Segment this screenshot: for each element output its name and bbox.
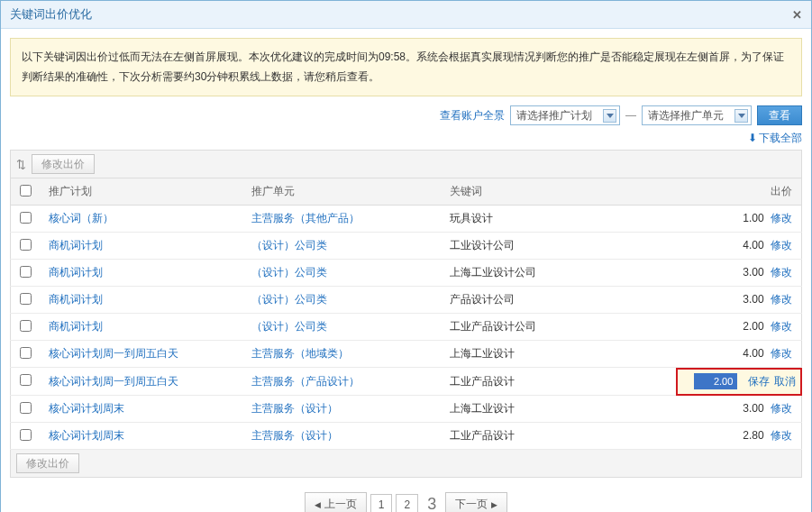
row-checkbox[interactable] bbox=[20, 320, 32, 332]
modify-link[interactable]: 修改 bbox=[771, 212, 792, 224]
keyword-cell: 上海工业设计公司 bbox=[442, 260, 676, 287]
modify-link[interactable]: 修改 bbox=[771, 429, 792, 442]
plan-link[interactable]: 核心词计划周一到周五白天 bbox=[49, 375, 178, 388]
plan-link[interactable]: 核心词计划周末 bbox=[49, 429, 124, 442]
close-icon[interactable]: ✕ bbox=[792, 8, 802, 22]
chevron-right-icon: ▶ bbox=[491, 500, 497, 509]
row-checkbox[interactable] bbox=[20, 374, 32, 386]
view-button[interactable]: 查看 bbox=[757, 105, 802, 125]
modify-link[interactable]: 修改 bbox=[771, 266, 792, 279]
toolbar-top: ⇅ 修改出价 bbox=[10, 150, 802, 178]
plan-link[interactable]: 商机词计划 bbox=[49, 293, 103, 306]
row-checkbox[interactable] bbox=[20, 347, 32, 359]
unit-link[interactable]: 主营服务（其他产品） bbox=[251, 212, 360, 224]
col-plan: 推广计划 bbox=[41, 178, 244, 206]
row-checkbox-cell bbox=[11, 260, 41, 287]
bid-cell: 3.00 修改 bbox=[676, 287, 802, 314]
pager: ◀ 上一页 1 2 3 下一页 ▶ bbox=[10, 492, 802, 512]
unit-link[interactable]: 主营服务（设计） bbox=[251, 429, 338, 442]
unit-link[interactable]: （设计）公司类 bbox=[251, 239, 327, 251]
plan-cell: 核心词计划周一到周五白天 bbox=[41, 341, 244, 368]
row-checkbox[interactable] bbox=[20, 239, 32, 251]
modify-link[interactable]: 修改 bbox=[771, 239, 792, 251]
account-panorama-link[interactable]: 查看账户全景 bbox=[440, 108, 505, 123]
prev-page-button[interactable]: ◀ 上一页 bbox=[305, 492, 366, 512]
modify-link[interactable]: 修改 bbox=[771, 320, 792, 333]
table-row: 核心词计划周末 主营服务（设计） 上海工业设计 3.00 修改 bbox=[11, 396, 802, 423]
row-checkbox-cell bbox=[11, 206, 41, 233]
cancel-link[interactable]: 取消 bbox=[774, 375, 796, 388]
plan-select-label: 请选择推广计划 bbox=[516, 108, 592, 123]
download-row: ⬇下载全部 bbox=[10, 131, 802, 146]
bid-optimization-dialog: 关键词出价优化 ✕ 以下关键词因出价过低而无法在左侧首屏展现。本次优化建议的完成… bbox=[0, 0, 812, 512]
row-checkbox[interactable] bbox=[20, 212, 32, 224]
table-row: 核心词计划周一到周五白天 主营服务（产品设计） 工业产品设计 保存 取消 bbox=[11, 368, 802, 396]
plan-select[interactable]: 请选择推广计划 bbox=[510, 105, 620, 125]
unit-link[interactable]: 主营服务（地域类） bbox=[251, 347, 349, 360]
col-bid: 出价 bbox=[676, 178, 802, 206]
plan-cell: 商机词计划 bbox=[41, 287, 244, 314]
row-checkbox-cell bbox=[11, 287, 41, 314]
row-checkbox-cell bbox=[11, 423, 41, 450]
plan-link[interactable]: 核心词（新） bbox=[49, 212, 114, 224]
modify-link[interactable]: 修改 bbox=[771, 402, 792, 415]
download-all-link[interactable]: ⬇下载全部 bbox=[748, 131, 802, 146]
refresh-icon[interactable]: ⇅ bbox=[16, 158, 26, 171]
page-1[interactable]: 1 bbox=[370, 494, 393, 512]
row-checkbox[interactable] bbox=[20, 293, 32, 305]
row-checkbox[interactable] bbox=[20, 402, 32, 414]
unit-select-label: 请选择推广单元 bbox=[648, 108, 724, 123]
chevron-left-icon: ◀ bbox=[315, 500, 321, 509]
modify-bid-button-bottom[interactable]: 修改出价 bbox=[16, 453, 79, 473]
plan-link[interactable]: 核心词计划周末 bbox=[49, 402, 124, 415]
table-row: 商机词计划 （设计）公司类 上海工业设计公司 3.00 修改 bbox=[11, 260, 802, 287]
next-page-button[interactable]: 下一页 ▶ bbox=[445, 492, 506, 512]
bid-cell: 2.80 修改 bbox=[676, 423, 802, 450]
separator-dash: — bbox=[625, 109, 636, 122]
bid-cell: 3.00 修改 bbox=[676, 396, 802, 423]
chevron-down-icon bbox=[603, 109, 616, 123]
row-checkbox-cell bbox=[11, 368, 41, 396]
unit-link[interactable]: （设计）公司类 bbox=[251, 266, 327, 279]
unit-link[interactable]: （设计）公司类 bbox=[251, 320, 327, 333]
plan-cell: 核心词计划周一到周五白天 bbox=[41, 368, 244, 396]
dialog-body: 以下关键词因出价过低而无法在左侧首屏展现。本次优化建议的完成时间为09:58。系… bbox=[1, 29, 811, 512]
col-checkbox bbox=[11, 178, 41, 206]
select-all-checkbox[interactable] bbox=[20, 185, 32, 197]
modify-link[interactable]: 修改 bbox=[771, 347, 792, 360]
table-row: 商机词计划 （设计）公司类 产品设计公司 3.00 修改 bbox=[11, 287, 802, 314]
unit-link[interactable]: 主营服务（产品设计） bbox=[251, 375, 360, 388]
bid-cell: 2.00 修改 bbox=[676, 314, 802, 341]
plan-link[interactable]: 商机词计划 bbox=[49, 266, 103, 279]
unit-link[interactable]: （设计）公司类 bbox=[251, 293, 327, 306]
plan-link[interactable]: 商机词计划 bbox=[49, 239, 103, 251]
plan-cell: 商机词计划 bbox=[41, 233, 244, 260]
unit-cell: 主营服务（设计） bbox=[244, 423, 442, 450]
unit-cell: （设计）公司类 bbox=[244, 233, 442, 260]
keyword-cell: 上海工业设计 bbox=[442, 396, 676, 423]
unit-cell: （设计）公司类 bbox=[244, 287, 442, 314]
plan-link[interactable]: 商机词计划 bbox=[49, 320, 103, 333]
modify-link[interactable]: 修改 bbox=[771, 293, 792, 306]
bid-input[interactable] bbox=[694, 373, 737, 389]
warning-message: 以下关键词因出价过低而无法在左侧首屏展现。本次优化建议的完成时间为09:58。系… bbox=[10, 38, 802, 96]
plan-cell: 核心词计划周末 bbox=[41, 423, 244, 450]
unit-cell: 主营服务（地域类） bbox=[244, 341, 442, 368]
save-link[interactable]: 保存 bbox=[748, 375, 770, 388]
unit-link[interactable]: 主营服务（设计） bbox=[251, 402, 338, 415]
page-2[interactable]: 2 bbox=[396, 494, 418, 512]
bid-cell: 1.00 修改 bbox=[676, 206, 802, 233]
plan-cell: 核心词（新） bbox=[41, 206, 244, 233]
table-row: 核心词计划周末 主营服务（设计） 工业产品设计 2.80 修改 bbox=[11, 423, 802, 450]
dialog-header: 关键词出价优化 ✕ bbox=[1, 1, 811, 29]
row-checkbox-cell bbox=[11, 341, 41, 368]
row-checkbox[interactable] bbox=[20, 266, 32, 278]
modify-bid-button-top[interactable]: 修改出价 bbox=[32, 154, 95, 174]
col-unit: 推广单元 bbox=[244, 178, 442, 206]
unit-cell: 主营服务（其他产品） bbox=[244, 206, 442, 233]
row-checkbox[interactable] bbox=[20, 429, 32, 441]
unit-cell: （设计）公司类 bbox=[244, 260, 442, 287]
plan-link[interactable]: 核心词计划周一到周五白天 bbox=[49, 347, 178, 360]
keyword-cell: 工业产品设计公司 bbox=[442, 314, 676, 341]
unit-select[interactable]: 请选择推广单元 bbox=[642, 105, 752, 125]
